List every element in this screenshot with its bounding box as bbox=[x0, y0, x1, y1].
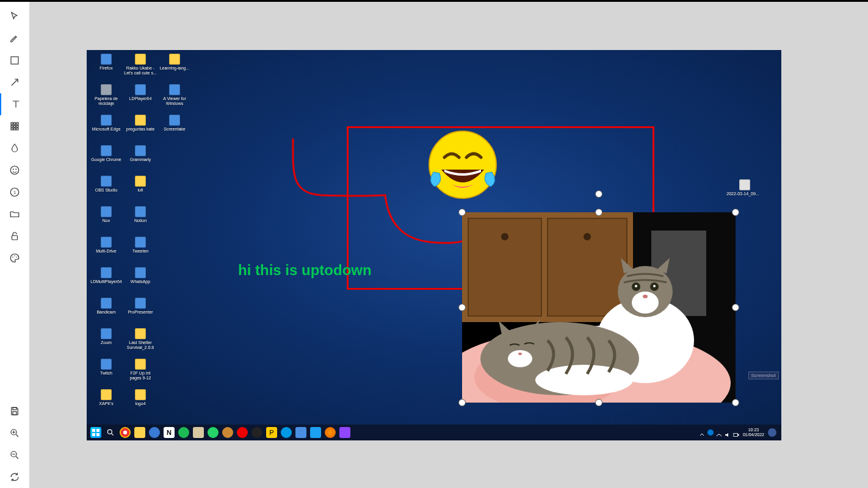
clock-time: 10:23 bbox=[743, 428, 764, 432]
text-annotation[interactable]: hi this is uptodown bbox=[238, 262, 372, 279]
desktop-icon-label: Tweeten bbox=[132, 249, 148, 254]
taskbar-app-firefox[interactable] bbox=[325, 427, 336, 438]
handle-n[interactable] bbox=[595, 209, 602, 216]
handle-sw[interactable] bbox=[458, 399, 466, 406]
desktop-icon: Last Shelter Survival_2.0.8 bbox=[123, 327, 157, 357]
desktop-icon: Tweeten bbox=[123, 235, 157, 266]
handle-ne[interactable] bbox=[732, 209, 739, 216]
taskbar-app-chrome[interactable] bbox=[120, 427, 131, 438]
taskbar-app-record[interactable] bbox=[237, 427, 248, 438]
lock-tool[interactable] bbox=[0, 225, 29, 247]
app-icon bbox=[135, 84, 146, 95]
taskbar-clock[interactable]: 10:23 01/04/2022 bbox=[743, 428, 764, 437]
desktop-icon-label: Last Shelter Survival_2.0.8 bbox=[124, 340, 157, 350]
tray-battery-icon[interactable] bbox=[733, 429, 739, 436]
app-icon bbox=[101, 176, 112, 187]
handle-se[interactable] bbox=[732, 399, 739, 406]
svg-point-51 bbox=[107, 429, 112, 434]
refresh-tool[interactable] bbox=[0, 466, 29, 488]
app-icon bbox=[101, 237, 112, 248]
folder-icon bbox=[9, 209, 20, 220]
desktop-icon: Nox bbox=[89, 205, 123, 235]
desktop-icon-label: Google Chrome bbox=[91, 157, 121, 162]
taskbar-app-whatsapp[interactable] bbox=[208, 427, 219, 438]
lock-icon bbox=[9, 231, 20, 242]
desktop-icon-label: F2F Up Int pages 9-12 bbox=[124, 371, 157, 381]
recycle-bin-icon bbox=[101, 84, 112, 95]
search-button[interactable] bbox=[105, 427, 116, 438]
tray-chevron-icon[interactable] bbox=[699, 429, 705, 436]
inserted-cat-image[interactable] bbox=[462, 212, 736, 403]
desktop-icon: Notion bbox=[123, 205, 157, 235]
desktop-icon: Papelera de reciclaje bbox=[89, 83, 123, 113]
desktop-icon: Zoom bbox=[89, 327, 123, 357]
zoom-out-icon bbox=[9, 450, 20, 461]
tray-notifications-icon[interactable] bbox=[768, 428, 776, 437]
handle-e[interactable] bbox=[732, 304, 739, 311]
taskbar-app-notion[interactable]: N bbox=[164, 427, 175, 438]
laughing-tears-emoji[interactable] bbox=[426, 128, 499, 201]
desktop-icon-label: Grammarly bbox=[130, 157, 151, 162]
tray-network-icon[interactable] bbox=[716, 429, 722, 436]
taskbar-app-1[interactable] bbox=[149, 427, 160, 438]
desktop-icon: Multi-Drive bbox=[89, 235, 123, 266]
windows-taskbar: N P bbox=[87, 425, 781, 440]
desktop-icon-label: Firefox bbox=[99, 66, 112, 71]
open-image-tool[interactable] bbox=[0, 203, 29, 225]
folder-icon bbox=[135, 359, 146, 370]
taskbar-app-4[interactable]: P bbox=[266, 427, 277, 438]
desktop-icon-label: preguntas kate bbox=[126, 127, 154, 132]
svg-rect-9 bbox=[16, 128, 18, 130]
svg-rect-0 bbox=[11, 57, 18, 64]
taskbar-app-7[interactable] bbox=[310, 427, 321, 438]
taskbar-app-explorer[interactable] bbox=[134, 427, 145, 438]
rotation-handle[interactable] bbox=[595, 190, 602, 198]
app-icon bbox=[135, 298, 146, 309]
app-icon bbox=[101, 54, 112, 65]
taskbar-app-spotify[interactable] bbox=[178, 427, 189, 438]
cursor-tool[interactable] bbox=[0, 5, 29, 27]
desktop-icon-label: Zoom bbox=[101, 340, 112, 345]
tray-onedrive-icon[interactable] bbox=[707, 429, 714, 436]
handle-w[interactable] bbox=[458, 304, 466, 311]
svg-point-27 bbox=[501, 233, 508, 240]
save-tool[interactable] bbox=[0, 400, 29, 422]
desktop-icon-label: Microsoft Edge bbox=[92, 127, 121, 132]
desktop-icon-label: OBS Studio bbox=[95, 188, 118, 193]
tray-volume-icon[interactable] bbox=[725, 429, 731, 436]
svg-point-28 bbox=[584, 233, 591, 240]
handle-nw[interactable] bbox=[458, 209, 466, 216]
svg-point-23 bbox=[429, 131, 496, 198]
desktop-icon-label: Multi-Drive bbox=[96, 249, 116, 254]
mosaic-tool[interactable] bbox=[0, 115, 29, 137]
counter-tool[interactable]: 1 bbox=[0, 181, 29, 203]
blur-tool[interactable] bbox=[0, 137, 29, 159]
text-tool[interactable] bbox=[0, 93, 31, 115]
zoom-in-tool[interactable] bbox=[0, 422, 29, 444]
palette-tool[interactable] bbox=[0, 247, 29, 269]
screenshot-image[interactable]: FirefoxRakko Ukabe - Let's call cute s..… bbox=[87, 50, 781, 440]
desktop-icon: Bandicam bbox=[89, 296, 123, 327]
taskbar-app-6[interactable] bbox=[295, 427, 306, 438]
handle-s[interactable] bbox=[595, 399, 602, 406]
taskbar-app-obs[interactable] bbox=[251, 427, 262, 438]
start-button[interactable] bbox=[90, 427, 101, 438]
desktop-icon-label: Bandicam bbox=[96, 310, 115, 315]
zoom-out-tool[interactable] bbox=[0, 444, 29, 466]
zoom-in-icon bbox=[9, 428, 20, 439]
app-icon bbox=[169, 84, 180, 95]
taskbar-app-twitch[interactable] bbox=[339, 427, 350, 438]
clock-date: 01/04/2022 bbox=[743, 432, 764, 437]
arrow-tool[interactable] bbox=[0, 71, 29, 93]
taskbar-app-3[interactable] bbox=[222, 427, 233, 438]
brush-tool[interactable] bbox=[0, 27, 29, 49]
emoji-tool[interactable] bbox=[0, 159, 29, 181]
taskbar-app-5[interactable] bbox=[281, 427, 292, 438]
desktop-icon-label: Twitch bbox=[100, 371, 112, 376]
rectangle-tool[interactable] bbox=[0, 49, 29, 71]
taskbar-app-2[interactable] bbox=[193, 427, 204, 438]
editor-canvas[interactable]: FirefoxRakko Ukabe - Let's call cute s..… bbox=[29, 2, 868, 488]
svg-rect-7 bbox=[11, 128, 13, 130]
desktop-icon-label: WhatsApp bbox=[131, 279, 150, 284]
folder-icon bbox=[135, 54, 146, 65]
